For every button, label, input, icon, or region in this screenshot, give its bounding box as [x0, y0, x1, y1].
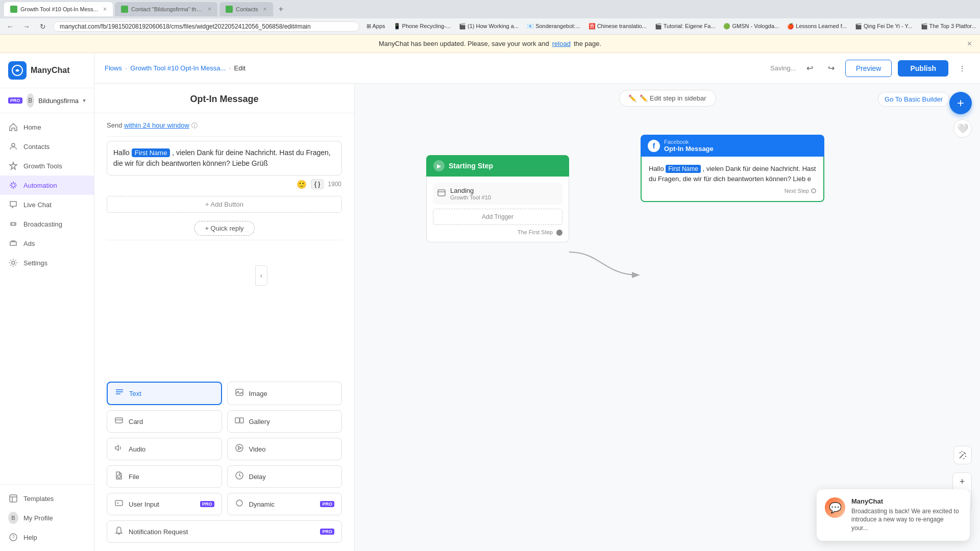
add-button-row[interactable]: + Add Button [107, 196, 342, 213]
org-selector[interactable]: PRO B Bildungsfirma ▾ [0, 88, 94, 113]
tab2-close[interactable]: × [208, 6, 211, 13]
sidebar-item-help[interactable]: ? Help [0, 528, 94, 547]
wand-button[interactable] [953, 446, 972, 464]
add-fab-button[interactable]: + [949, 92, 972, 114]
component-video[interactable]: Video [227, 438, 342, 460]
favorite-button[interactable]: 🤍 [953, 119, 972, 138]
message-text: Hallo First Name , vielen Dank für deine… [113, 147, 335, 169]
chat-content: ManyChat Broadcasting is back! We are ex… [851, 497, 962, 533]
sidebar-item-ads[interactable]: Ads [0, 234, 94, 253]
content-area: Opt-In Message Send within 24 hour windo… [94, 84, 980, 551]
sidebar-item-automation[interactable]: Automation [0, 176, 94, 195]
component-text[interactable]: Text [107, 382, 222, 405]
canvas-area[interactable]: ✏️ ✏️ Edit step in sidebar Go To Basic B… [355, 84, 980, 551]
reload-link[interactable]: reload [552, 40, 571, 47]
notification-request-label: Notification Request [129, 528, 188, 536]
breadcrumb-flows[interactable]: Flows [105, 64, 122, 72]
header: Flows › Growth Tool #10 Opt-In Messa... … [94, 53, 980, 84]
tab-3[interactable]: Contacts × [219, 2, 273, 16]
bookmark-working[interactable]: 🎬 (1) How Working a... [456, 22, 522, 31]
edit-step-label: ✏️ Edit step in sidebar [640, 94, 706, 102]
sidebar-item-contacts[interactable]: Contacts [0, 137, 94, 156]
new-tab-button[interactable]: + [275, 3, 287, 15]
next-step-label: Next Step [649, 188, 816, 194]
bookmark-phone[interactable]: 📱 Phone Recycling-... [390, 22, 454, 31]
component-dynamic[interactable]: Dynamic PRO [227, 493, 342, 515]
tab-2[interactable]: Contact "Bildungsfirma" thro... × [115, 2, 217, 16]
bookmark-top3[interactable]: 🎬 The Top 3 Platfor... [918, 22, 976, 31]
bookmark-gmsn[interactable]: 🟢 GMSN - Vologda... [720, 22, 782, 31]
zoom-in-button[interactable]: + [953, 473, 971, 491]
quick-reply-row: + Quick reply [107, 221, 342, 236]
templates-icon [8, 493, 18, 504]
tab3-label: Contacts [236, 6, 258, 12]
undo-button[interactable]: ↩ [802, 61, 818, 76]
component-file[interactable]: File [107, 465, 222, 488]
facebook-icon: f [648, 140, 660, 152]
component-image[interactable]: Image [227, 382, 342, 405]
dynamic-component-label: Dynamic [249, 500, 275, 508]
bookmark-chinese[interactable]: 🈴 Chinese translatio... [585, 22, 650, 31]
url-input[interactable]: manychat.com/fb/198150208192060618/cms/f… [53, 21, 359, 32]
more-options-button[interactable]: ⋮ [954, 61, 970, 76]
notification-close-button[interactable]: × [967, 39, 972, 48]
message-box[interactable]: Hallo First Name , vielen Dank für deine… [107, 141, 342, 176]
bookmark-tutorial[interactable]: 🎬 Tutorial: Eigene Fa... [652, 22, 719, 31]
sidebar-item-growth-tools[interactable]: Growth Tools [0, 156, 94, 176]
breadcrumb-flow-name[interactable]: Growth Tool #10 Opt-In Messa... [130, 64, 226, 72]
my-profile-icon: B [8, 513, 18, 523]
panel-title: Opt-In Message [107, 94, 342, 105]
optin-message-text: Hallo First Name , vielen Dank für deine… [649, 164, 816, 184]
add-trigger-button[interactable]: Add Trigger [433, 209, 562, 225]
component-audio[interactable]: Audio [107, 438, 222, 460]
publish-button[interactable]: Publish [898, 60, 948, 77]
landing-title: Landing [450, 187, 491, 194]
starting-step-node[interactable]: ▶ Starting Step Landing Growth Tool #10 [426, 155, 569, 242]
tab-close[interactable]: × [103, 6, 107, 13]
svg-text:?: ? [12, 535, 15, 540]
sidebar-item-my-profile[interactable]: B My Profile [0, 508, 94, 528]
back-button[interactable]: ← [4, 20, 16, 33]
sidebar-item-home[interactable]: Home [0, 117, 94, 137]
org-name: Bildungsfirma [38, 97, 79, 105]
bookmark-angebot[interactable]: 📧 Sonderangebot:... [524, 22, 583, 31]
go-basic-builder-button[interactable]: Go To Basic Builder [878, 92, 949, 107]
bookmark-lessons[interactable]: 🍎 Lessons Learned f... [784, 22, 850, 31]
first-name-variable-tag[interactable]: First Name [132, 148, 170, 157]
sidebar-item-broadcasting[interactable]: Broadcasting [0, 214, 94, 234]
audio-component-icon [114, 443, 124, 455]
breadcrumb-sep2: › [229, 64, 231, 72]
sidebar-item-templates[interactable]: Templates [0, 489, 94, 508]
refresh-button[interactable]: ↻ [37, 20, 49, 33]
quick-reply-button[interactable]: + Quick reply [194, 221, 254, 236]
optin-message-node[interactable]: f Facebook Opt-In Message Hallo First Na… [641, 135, 824, 202]
tab3-close[interactable]: × [263, 6, 266, 13]
component-notification-request[interactable]: Notification Request PRO [107, 520, 342, 543]
tab2-label: Contact "Bildungsfirma" thro... [131, 6, 203, 12]
sidebar-item-settings[interactable]: Settings [0, 253, 94, 272]
growth-tools-icon [8, 161, 18, 171]
emoji-button[interactable]: 🙂 [297, 180, 307, 189]
component-gallery[interactable]: Gallery [227, 410, 342, 433]
sidebar-item-growth-tools-label: Growth Tools [23, 162, 62, 170]
sidebar-item-live-chat[interactable]: Live Chat [0, 195, 94, 214]
contacts-icon [8, 141, 18, 152]
bookmark-qing[interactable]: 🎬 Qing Fei De Yi - Y... [852, 22, 916, 31]
variable-button[interactable]: { } [311, 179, 324, 189]
info-icon[interactable]: ⓘ [191, 122, 198, 129]
redo-button[interactable]: ↪ [824, 61, 839, 76]
notification-text: ManyChat has been updated. Please, save … [379, 40, 549, 47]
component-delay[interactable]: Delay [227, 465, 342, 488]
sidebar-item-settings-label: Settings [23, 259, 47, 267]
bookmark-apps[interactable]: ⊞ Apps [363, 22, 388, 31]
chat-notification: 💬 ManyChat Broadcasting is back! We are … [817, 489, 970, 541]
tab-active[interactable]: Growth Tool #10 Opt-In Mess... × [4, 2, 113, 16]
forward-button[interactable]: → [20, 20, 33, 33]
preview-button[interactable]: Preview [845, 60, 892, 77]
24-hour-window-link[interactable]: within 24 hour window [124, 121, 189, 129]
node-name: Opt-In Message [664, 145, 714, 153]
component-card[interactable]: Card [107, 410, 222, 433]
live-chat-icon [8, 199, 18, 210]
collapse-panel-button[interactable]: ‹ [255, 265, 267, 286]
component-user-input[interactable]: User Input PRO [107, 493, 222, 515]
